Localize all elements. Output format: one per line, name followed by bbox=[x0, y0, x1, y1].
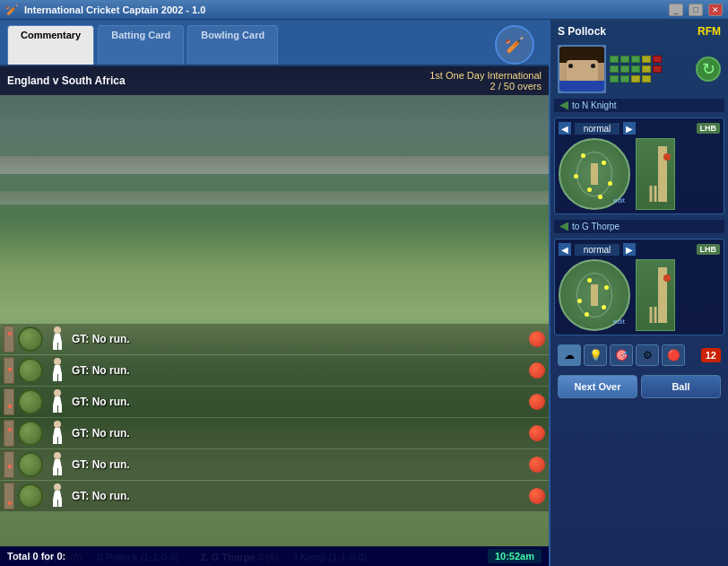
weather-row: ☁ 💡 🎯 ⚙ 🔴 12 bbox=[554, 341, 724, 370]
target-batsman2-row: to G Thorpe bbox=[554, 220, 724, 233]
target-arrow1-icon bbox=[559, 101, 568, 110]
cricket-field: England v South Africa 1st One Day Inter… bbox=[0, 66, 549, 566]
action-buttons: Next Over Ball bbox=[554, 373, 724, 400]
maximize-button[interactable]: □ bbox=[689, 4, 703, 16]
lhb-badge-1: LHB bbox=[697, 123, 721, 134]
ball-result bbox=[529, 457, 545, 473]
bowler-photo bbox=[558, 45, 606, 93]
bowler-photo-row: ↻ bbox=[554, 43, 724, 95]
mode-prev-button-1[interactable]: ◀ bbox=[559, 122, 571, 135]
mode-label-1: normal bbox=[575, 123, 620, 135]
ball-icon bbox=[18, 327, 43, 352]
wicket-diagram-1 bbox=[636, 138, 675, 210]
mode-selector-2: ◀ normal ▶ bbox=[559, 243, 636, 256]
ball-icon bbox=[18, 389, 43, 414]
main-container: Commentary Batting Card Bowling Card 🏏 E bbox=[0, 20, 728, 566]
wicket-diagram-2 bbox=[636, 259, 675, 331]
edit-label-2[interactable]: edit bbox=[613, 318, 625, 326]
tab-batting-card[interactable]: Batting Card bbox=[98, 25, 184, 65]
tab-bar: Commentary Batting Card Bowling Card 🏏 bbox=[0, 20, 549, 66]
ball-result bbox=[529, 488, 545, 504]
ball-button[interactable]: Ball bbox=[641, 375, 721, 398]
total-score: Total 0 for 0: bbox=[7, 551, 65, 562]
bowler-header: S Pollock RFM bbox=[554, 23, 724, 39]
pitch-diagram-1: edit bbox=[559, 138, 720, 210]
weather-icon-light[interactable]: 💡 bbox=[584, 344, 607, 366]
commentary-text: GT: No run. bbox=[72, 427, 130, 440]
ball-row: GT: No run. bbox=[0, 449, 549, 480]
ball-row: GT: No run. bbox=[0, 418, 549, 448]
target-batsman1-row: to N Knight bbox=[554, 99, 724, 112]
commentary-text: GT: No run. bbox=[72, 490, 130, 502]
ball-icon bbox=[18, 421, 43, 446]
commentary-text: GT: No run. bbox=[72, 458, 130, 471]
commentary-rows: GT: No run. GT: No run. bbox=[0, 66, 549, 566]
next-over-button[interactable]: Next Over bbox=[558, 375, 637, 398]
ball-row: GT: No run. bbox=[0, 387, 549, 417]
pitch-indicator bbox=[4, 326, 14, 353]
batsman-figure bbox=[47, 421, 68, 446]
target-arrow2-icon bbox=[559, 222, 568, 231]
mode-next-button-2[interactable]: ▶ bbox=[623, 243, 636, 256]
speed-badge: 12 bbox=[701, 348, 721, 362]
ball-icon bbox=[18, 483, 43, 509]
ball-row: GT: No run. bbox=[0, 324, 549, 354]
pitch-indicator bbox=[4, 420, 14, 447]
target-batsman2: to G Thorpe bbox=[572, 222, 620, 231]
batsman-figure bbox=[47, 358, 68, 383]
app-icon: 🏏 bbox=[5, 4, 19, 16]
ball-result bbox=[529, 394, 545, 410]
bowling-stats bbox=[610, 56, 692, 83]
batsman-figure bbox=[47, 452, 68, 477]
app-title: International Cricket Captain 2002 - 1.0 bbox=[24, 4, 663, 15]
ball-row: GT: No run. bbox=[0, 481, 549, 511]
tab-bowling-card[interactable]: Bowling Card bbox=[187, 25, 278, 65]
ball-row: GT: No run. bbox=[0, 355, 549, 386]
target-batsman1: to N Knight bbox=[572, 100, 616, 110]
commentary-text: GT: No run. bbox=[72, 364, 130, 377]
weather-icon-red[interactable]: 🔴 bbox=[662, 344, 685, 366]
titlebar: 🏏 International Cricket Captain 2002 - 1… bbox=[0, 0, 728, 20]
field-section-2: ◀ normal ▶ LHB edit bbox=[554, 239, 724, 335]
ball-result bbox=[529, 331, 545, 347]
right-panel: S Pollock RFM bbox=[549, 20, 728, 566]
tab-commentary[interactable]: Commentary bbox=[7, 25, 94, 65]
bowler-type: RFM bbox=[698, 25, 721, 38]
weather-icon-target[interactable]: 🎯 bbox=[610, 344, 633, 366]
field-section-1: ◀ normal ▶ LHB bbox=[554, 118, 724, 214]
pitch-indicator bbox=[4, 388, 14, 415]
field-circle-1: edit bbox=[559, 138, 630, 210]
pitch-indicator bbox=[4, 451, 14, 478]
ball-icon bbox=[18, 358, 43, 383]
batsman-figure bbox=[47, 389, 68, 414]
field-circle-2: edit bbox=[559, 259, 630, 331]
weather-icon-cloud[interactable]: ☁ bbox=[558, 344, 581, 366]
close-button[interactable]: ✕ bbox=[708, 4, 723, 16]
edit-label-1[interactable]: edit bbox=[613, 196, 625, 205]
mode-prev-button-2[interactable]: ◀ bbox=[559, 243, 571, 256]
logo-icon: 🏏 bbox=[495, 25, 534, 65]
ball-icon bbox=[18, 452, 43, 477]
batsman-figure bbox=[47, 483, 68, 509]
lhb-badge-2: LHB bbox=[697, 244, 721, 255]
bowler-name: S Pollock bbox=[558, 25, 606, 38]
ball-result bbox=[529, 362, 545, 379]
weather-icon-gear[interactable]: ⚙ bbox=[636, 344, 659, 366]
pitch-diagram-2: edit bbox=[559, 259, 720, 331]
mode-label-2: normal bbox=[575, 244, 620, 256]
left-area: Commentary Batting Card Bowling Card 🏏 E bbox=[0, 20, 549, 566]
commentary-text: GT: No run. bbox=[72, 396, 130, 408]
mode-next-button-1[interactable]: ▶ bbox=[623, 122, 636, 135]
pitch-indicator bbox=[4, 483, 14, 509]
bowling-direction-icon: ↻ bbox=[696, 57, 721, 82]
minimize-button[interactable]: _ bbox=[669, 4, 683, 16]
mode-selector-1: ◀ normal ▶ bbox=[559, 122, 636, 135]
ball-result bbox=[529, 425, 545, 441]
pitch-indicator bbox=[4, 357, 14, 384]
batsman-figure bbox=[47, 327, 68, 352]
commentary-text: GT: No run. bbox=[72, 333, 130, 345]
time-display: 10:52am bbox=[488, 549, 542, 563]
